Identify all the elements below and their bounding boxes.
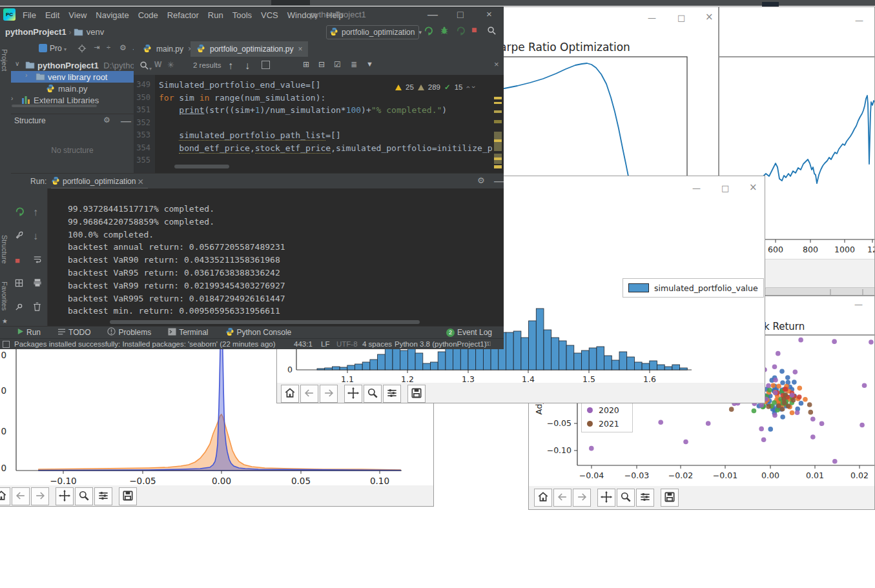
- tool-tab-structure[interactable]: Structure: [1, 235, 8, 264]
- tool-tab-favorites[interactable]: Favorites: [1, 281, 8, 310]
- configure-button[interactable]: [94, 487, 112, 505]
- tree-chevron-icon[interactable]: ›: [25, 72, 27, 79]
- filter-icon[interactable]: ▼: [366, 60, 373, 68]
- tool-window-python-console[interactable]: Python Console: [225, 327, 292, 338]
- stripe-mark[interactable]: [494, 139, 502, 142]
- indent-setting[interactable]: 4 spaces: [362, 340, 392, 348]
- code-line-349[interactable]: Simulated_portfolio_end_value=[]: [159, 80, 320, 90]
- close-icon[interactable]: ×: [138, 176, 143, 188]
- maximize-icon[interactable]: □: [457, 9, 464, 21]
- zoom-button[interactable]: [75, 487, 93, 505]
- stripe-mark[interactable]: [494, 102, 502, 104]
- back-button[interactable]: [553, 489, 571, 507]
- scroll-down-icon[interactable]: ↓: [33, 230, 38, 241]
- save-button[interactable]: [407, 385, 426, 403]
- console-tool[interactable]: [33, 302, 41, 314]
- editor-hscrollbar[interactable]: [174, 165, 229, 168]
- project-tab-icon[interactable]: [39, 44, 47, 52]
- tab-portfolio-optimization-py[interactable]: portfolio_optimization.py ×: [190, 41, 308, 57]
- stop-icon[interactable]: ■: [15, 256, 20, 265]
- console-hscrollbar[interactable]: [110, 320, 420, 324]
- close-icon[interactable]: ×: [298, 45, 302, 54]
- save-button[interactable]: [119, 487, 137, 505]
- tree-item-mainpy[interactable]: main.py: [11, 83, 134, 94]
- menu-vcs[interactable]: VCS: [261, 10, 278, 20]
- expand-icon[interactable]: ÷: [107, 43, 110, 51]
- close-icon[interactable]: ×: [486, 8, 492, 19]
- stripe-mark[interactable]: [494, 97, 502, 99]
- encoding[interactable]: UTF-8: [336, 340, 358, 348]
- hide-panel-icon[interactable]: —: [494, 176, 504, 187]
- tree-item-pythonProject1[interactable]: ∨pythonProject1 D:\pythonPr: [11, 59, 134, 71]
- run-button[interactable]: [424, 26, 433, 38]
- gear-icon[interactable]: ⚙: [119, 43, 127, 52]
- forward-button[interactable]: [31, 487, 49, 505]
- zoom-button[interactable]: [617, 489, 635, 507]
- configure-button[interactable]: [383, 385, 401, 403]
- scroll-up-icon[interactable]: ↑: [33, 207, 38, 218]
- console-tool[interactable]: [33, 278, 42, 290]
- regex-icon[interactable]: ✳: [167, 60, 174, 70]
- pycharm-title-bar[interactable]: PC FileEditViewNavigateCodeRefactorRunTo…: [0, 6, 504, 24]
- next-error-icon[interactable]: ›: [470, 86, 478, 88]
- search-everywhere-icon[interactable]: [487, 26, 497, 38]
- stripe-mark[interactable]: [494, 165, 502, 168]
- gear-icon[interactable]: ⚙: [477, 176, 485, 185]
- status-square-icon[interactable]: [3, 341, 10, 348]
- tool-window-problems[interactable]: Problems: [107, 327, 151, 338]
- line-ending[interactable]: LF: [321, 340, 329, 348]
- editor-error-stripe[interactable]: [492, 75, 504, 173]
- prev-occurrence-icon[interactable]: ↑: [228, 60, 233, 72]
- search-icon[interactable]: ▾: [139, 61, 152, 73]
- zoom-button[interactable]: [364, 385, 382, 403]
- run-tab-label[interactable]: portfolio_optimization: [63, 177, 136, 186]
- code-line-353[interactable]: simulated_portfolio_path_list=[]: [159, 130, 341, 140]
- tree-chevron-icon[interactable]: ›: [11, 95, 13, 102]
- pan-button[interactable]: [597, 489, 615, 507]
- inspections-widget[interactable]: 25 289 ✓ 15 › ›: [395, 81, 475, 93]
- menu-navigate[interactable]: Navigate: [96, 10, 129, 20]
- breadcrumb[interactable]: pythonProject1 › venv: [5, 27, 104, 38]
- project-tab-label[interactable]: Pro ▾: [50, 44, 67, 53]
- minimize-icon[interactable]: —: [427, 9, 438, 21]
- stock-toolbar-scrollbar[interactable]: [765, 287, 875, 296]
- event-log-button[interactable]: 2Event Log: [446, 328, 492, 337]
- run-console[interactable]: 99.93728441517717% completed.99.96864220…: [11, 188, 504, 326]
- project-tree-hscrollbar[interactable]: [12, 105, 97, 107]
- console-tool[interactable]: [15, 302, 23, 314]
- console-tool[interactable]: ■: [15, 254, 20, 266]
- tool-tab-project[interactable]: Project: [1, 49, 8, 71]
- menu-view[interactable]: View: [68, 10, 87, 20]
- pan-button[interactable]: [344, 385, 362, 403]
- tool-window-run[interactable]: Run: [17, 328, 41, 337]
- caret-position[interactable]: 443:1: [294, 340, 313, 348]
- stripe-mark[interactable]: [494, 110, 502, 113]
- gear-icon[interactable]: ⚙: [103, 116, 110, 125]
- pan-button[interactable]: [56, 487, 74, 505]
- breadcrumb-folder[interactable]: venv: [87, 27, 104, 37]
- run-with-coverage-button[interactable]: [456, 26, 466, 38]
- breadcrumb-project[interactable]: pythonProject1: [5, 27, 67, 37]
- interpreter[interactable]: Python 3.8 (pythonProject1): [395, 340, 487, 348]
- code-line-354[interactable]: bond_etf_price,stock_etf_price,simulated…: [159, 143, 502, 153]
- tree-chevron-icon[interactable]: ∨: [15, 60, 19, 67]
- remove-occurrence-icon[interactable]: ⊟: [318, 60, 325, 69]
- menu-file[interactable]: File: [23, 10, 36, 20]
- select-occurrences-icon[interactable]: ☑: [334, 60, 341, 69]
- save-button[interactable]: [661, 489, 679, 507]
- console-tool[interactable]: ↑: [33, 207, 38, 218]
- add-occurrence-icon[interactable]: ⊞: [303, 60, 309, 69]
- stop-button[interactable]: ■: [471, 25, 477, 35]
- menu-refactor[interactable]: Refactor: [167, 10, 199, 20]
- forward-button[interactable]: [320, 385, 338, 403]
- filter-lines-icon[interactable]: ≣: [351, 60, 357, 69]
- lock-icon[interactable]: ⚿: [486, 340, 491, 348]
- menu-code[interactable]: Code: [138, 10, 158, 20]
- console-tool[interactable]: ↓: [33, 230, 38, 242]
- code-line-351[interactable]: print(str((sim+1)/num_simulation*100)+"%…: [159, 105, 447, 115]
- hide-panel-icon[interactable]: —: [121, 116, 131, 127]
- debug-button[interactable]: [440, 26, 449, 37]
- menu-tools[interactable]: Tools: [232, 10, 252, 20]
- back-button[interactable]: [300, 385, 318, 403]
- home-button[interactable]: [281, 385, 299, 403]
